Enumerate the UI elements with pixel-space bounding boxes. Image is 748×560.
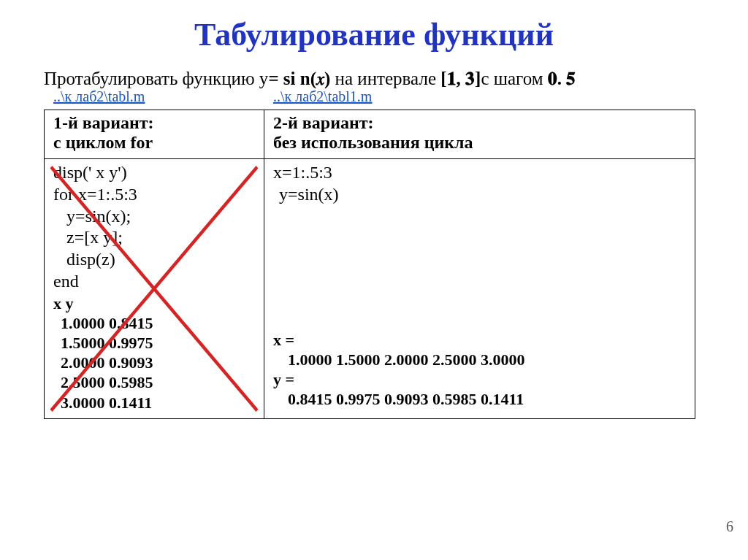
variant1-line1: 1-й вариант: <box>53 113 154 132</box>
out1-r1: 1.0000 0.8415 <box>61 313 256 333</box>
code1-l2: for x=1:.5:3 <box>53 184 256 206</box>
task-mid: на интервале <box>330 69 440 88</box>
out2-xr: 1.0000 1.5000 2.0000 2.5000 3.0000 <box>273 350 687 369</box>
out2-xh: x = <box>273 330 687 350</box>
code2-l1: x=1:.5:3 <box>273 162 687 184</box>
code1-l3: y=sin(x); <box>53 206 256 228</box>
variant1-body: disp(' x y') for x=1:.5:3 y=sin(x); z=[x… <box>45 159 264 418</box>
task-step: 𝟎. 𝟓 <box>548 69 576 88</box>
code1-l4: z=[x y]; <box>53 227 256 249</box>
variant1-header: 1-й вариант: с циклом for <box>53 113 256 153</box>
variant2-line2: без использования цикла <box>273 133 473 152</box>
out1-header: x y <box>53 294 256 313</box>
out1-r3: 2.0000 0.9093 <box>61 353 256 372</box>
code-table: ..\к лаб2\tabl.m 1-й вариант: с циклом f… <box>44 110 695 419</box>
out2-yh: y = <box>273 369 687 389</box>
code1-l5: disp(z) <box>53 249 256 271</box>
out2-yr: 0.8415 0.9975 0.9093 0.5985 0.1411 <box>273 389 687 409</box>
task-interval: [𝟏, 𝟑] <box>440 69 481 88</box>
variant2-body: x=1:.5:3 y=sin(x) x = 1.0000 1.5000 2.00… <box>264 159 695 415</box>
code2-l2: y=sin(x) <box>273 184 687 206</box>
variant1-line2: с циклом for <box>53 133 153 152</box>
link-tabl1-m[interactable]: ..\к лаб2\tabl1.m <box>273 88 372 105</box>
out1-r5: 3.0000 0.1411 <box>61 393 256 413</box>
task-step-prefix: с шагом <box>481 69 547 88</box>
page-number: 6 <box>726 518 733 535</box>
link-tabl-m[interactable]: ..\к лаб2\tabl.m <box>53 88 145 105</box>
task-prefix: Протабулировать функцию y <box>44 69 268 88</box>
slide: Табулирование функций Протабулировать фу… <box>0 0 748 560</box>
variant2-header: 2-й вариант: без использования цикла <box>273 113 687 153</box>
out1-r4: 2.5000 0.5985 <box>61 372 256 392</box>
code1-l6: end <box>53 271 256 293</box>
task-eq: = si n(𝑥) <box>268 69 330 88</box>
code1-l1: disp(' x y') <box>53 162 256 184</box>
page-title: Табулирование функций <box>0 16 748 53</box>
variant2-line1: 2-й вариант: <box>273 113 374 132</box>
out1-r2: 1.5000 0.9975 <box>61 333 256 353</box>
task-text: Протабулировать функцию y= si n(𝑥) на ин… <box>44 66 701 91</box>
